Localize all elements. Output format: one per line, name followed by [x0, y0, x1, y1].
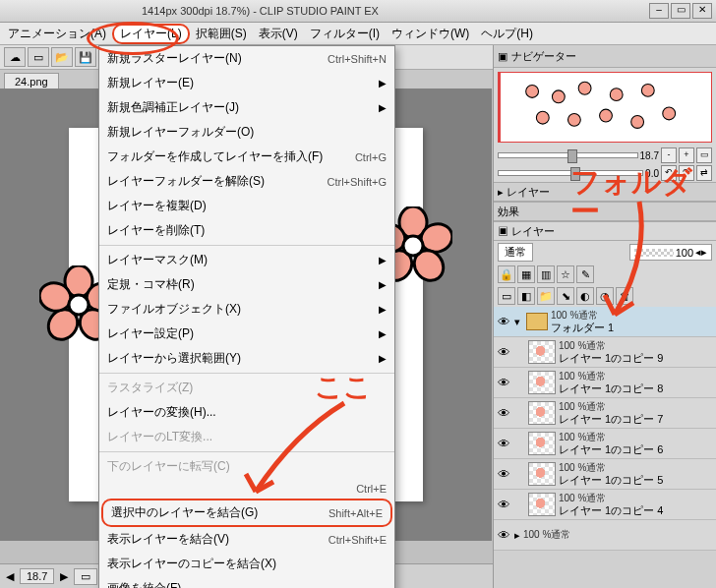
- mi-new-layer[interactable]: 新規レイヤー(E)▶: [99, 71, 394, 95]
- cloud-icon[interactable]: ☁: [4, 47, 26, 67]
- opacity-input[interactable]: 100◂▸: [629, 244, 712, 261]
- lock-alpha-icon[interactable]: ▦: [517, 265, 535, 283]
- zoom-in-icon[interactable]: +: [679, 147, 694, 163]
- window-buttons: – ▭ ✕: [649, 3, 712, 19]
- svg-point-17: [536, 111, 549, 124]
- ref-icon[interactable]: ☆: [557, 265, 574, 283]
- window-title: 1414px 300dpi 18.7%) - CLIP STUDIO PAINT…: [4, 5, 649, 17]
- visibility-icon[interactable]: 👁: [496, 376, 511, 390]
- layer-folder[interactable]: 👁 ▾ 100 %通常フォルダー 1: [494, 307, 716, 337]
- menu-help[interactable]: ヘルプ(H): [475, 24, 539, 44]
- rotate-cw-icon[interactable]: ↷: [679, 165, 694, 181]
- zoom-out-icon[interactable]: ◀: [6, 570, 14, 583]
- new-raster-icon[interactable]: ▭: [498, 287, 515, 305]
- visibility-icon[interactable]: 👁: [496, 437, 511, 451]
- layer-panel-label: ▸ レイヤー: [494, 182, 716, 202]
- navigator-label: ナビゲーター: [511, 49, 576, 64]
- navigator-icon: ▣: [498, 50, 507, 63]
- save-icon[interactable]: 💾: [75, 47, 96, 67]
- menu-window[interactable]: ウィンドウ(W): [386, 24, 475, 44]
- mi-new-raster[interactable]: 新規ラスターレイヤー(N)Ctrl+Shift+N: [99, 46, 394, 71]
- merge-icon[interactable]: ⬊: [557, 287, 574, 305]
- zoom-fit-icon[interactable]: ▭: [696, 147, 712, 163]
- open-icon[interactable]: 📂: [51, 47, 73, 67]
- visibility-icon[interactable]: 👁: [496, 467, 511, 482]
- visibility-icon[interactable]: 👁: [496, 498, 511, 512]
- minimize-button[interactable]: –: [649, 3, 669, 19]
- mi-duplicate[interactable]: レイヤーを複製(D): [99, 194, 394, 218]
- mi-rasterize: ラスタライズ(Z): [99, 373, 394, 400]
- mi-delete[interactable]: レイヤーを削除(T): [99, 218, 394, 243]
- mi-merge-selected[interactable]: 選択中のレイヤーを結合(G)Shift+Alt+E: [101, 499, 392, 527]
- clip-icon[interactable]: ▥: [537, 265, 555, 283]
- visibility-icon[interactable]: 👁: [496, 345, 511, 360]
- document-tab[interactable]: 24.png: [4, 73, 59, 89]
- layer-row[interactable]: 👁100 %通常レイヤー 1のコピー 4: [494, 490, 716, 520]
- svg-point-5: [69, 295, 89, 315]
- mi-merge-visible[interactable]: 表示レイヤーを結合(V)Ctrl+Shift+E: [99, 527, 394, 552]
- mi-new-tone[interactable]: 新規色調補正レイヤー(J)▶: [99, 95, 394, 120]
- mi-create-folder-insert[interactable]: フォルダーを作成してレイヤーを挿入(F)Ctrl+G: [99, 145, 394, 169]
- new-folder-icon[interactable]: 📁: [537, 287, 555, 305]
- mi-mask[interactable]: レイヤーマスク(M)▶: [99, 245, 394, 272]
- mi-new-folder[interactable]: 新規レイヤーフォルダー(O): [99, 120, 394, 145]
- svg-point-14: [578, 82, 591, 94]
- menu-layer[interactable]: レイヤー(L): [112, 24, 190, 44]
- mi-flatten[interactable]: 画像を統合(F): [99, 576, 394, 588]
- trash-icon[interactable]: 🗑: [616, 287, 633, 305]
- visibility-icon[interactable]: 👁: [496, 406, 511, 421]
- layer-row[interactable]: 👁100 %通常レイヤー 1のコピー 6: [494, 429, 716, 459]
- new-vector-icon[interactable]: ◧: [517, 287, 535, 305]
- nav-zoom-value: 18.7: [640, 150, 659, 161]
- layer-row[interactable]: 👁100 %通常レイヤー 1のコピー 8: [494, 368, 716, 398]
- menu-filter[interactable]: フィルター(I): [304, 24, 386, 44]
- svg-point-20: [631, 116, 644, 129]
- new-doc-icon[interactable]: ▭: [28, 47, 49, 67]
- mi-fileobj[interactable]: ファイルオブジェクト(X)▶: [99, 297, 394, 322]
- mi-merge-down: Ctrl+E: [99, 479, 394, 499]
- layer-menu-dropdown: 新規ラスターレイヤー(N)Ctrl+Shift+N 新規レイヤー(E)▶ 新規色…: [98, 45, 395, 588]
- apply-mask-icon[interactable]: ◑: [596, 287, 614, 305]
- close-button[interactable]: ✕: [692, 3, 712, 19]
- visibility-icon[interactable]: 👁: [496, 528, 511, 543]
- svg-point-21: [663, 107, 676, 120]
- mi-settings[interactable]: レイヤー設定(P)▶: [99, 322, 394, 346]
- mi-ungroup[interactable]: レイヤーフォルダーを解除(S)Ctrl+Shift+G: [99, 169, 394, 194]
- mi-from-sel[interactable]: レイヤーから選択範囲(Y)▶: [99, 346, 394, 371]
- layer-thumbnail: [528, 340, 556, 364]
- draft-icon[interactable]: ✎: [576, 265, 594, 283]
- layer-row[interactable]: 👁100 %通常レイヤー 1のコピー 9: [494, 337, 716, 368]
- lock-all-icon[interactable]: 🔒: [498, 265, 515, 283]
- rotate-value: 0.0: [645, 168, 659, 179]
- layer-row[interactable]: 👁 ▸ 100 %通常: [494, 520, 716, 551]
- mask-icon[interactable]: ◐: [576, 287, 594, 305]
- navigator-preview[interactable]: [498, 72, 712, 143]
- zoom-out-icon[interactable]: -: [661, 147, 677, 163]
- menu-selection[interactable]: 択範囲(S): [190, 24, 253, 44]
- blend-mode-select[interactable]: 通常: [498, 243, 533, 262]
- svg-point-13: [552, 90, 565, 103]
- effect-panel-label: 効果: [494, 202, 716, 221]
- mi-merge-copy[interactable]: 表示レイヤーのコピーを結合(X): [99, 552, 394, 576]
- layer-button-row: ▭ ◧ 📁 ⬊ ◐ ◑ 🗑: [494, 285, 716, 307]
- layer-thumbnail: [528, 371, 556, 394]
- navigator-rotate: 0.0 ↶ ↷ ⇄: [498, 164, 712, 182]
- rotate-ccw-icon[interactable]: ↶: [661, 165, 677, 181]
- zoom-slider[interactable]: [498, 152, 638, 158]
- status-view-icon[interactable]: ▭: [74, 568, 97, 585]
- mi-ruler[interactable]: 定規・コマ枠(R)▶: [99, 272, 394, 297]
- rotate-slider[interactable]: [498, 170, 643, 176]
- maximize-button[interactable]: ▭: [671, 3, 690, 19]
- layer-row[interactable]: 👁100 %通常レイヤー 1のコピー 5: [494, 459, 716, 490]
- menu-animation[interactable]: アニメーション(A): [2, 24, 112, 44]
- svg-point-12: [526, 86, 539, 98]
- layer-row[interactable]: 👁100 %通常レイヤー 1のコピー 7: [494, 398, 716, 429]
- menu-view[interactable]: 表示(V): [253, 24, 304, 44]
- expand-icon[interactable]: ▾: [511, 316, 523, 328]
- zoom-in-icon[interactable]: ▶: [60, 570, 68, 583]
- layer-tab[interactable]: ▣ レイヤー: [494, 221, 716, 241]
- zoom-value[interactable]: 18.7: [20, 568, 54, 584]
- flip-icon[interactable]: ⇄: [696, 165, 712, 181]
- mi-convert[interactable]: レイヤーの変換(H)...: [99, 400, 394, 425]
- visibility-icon[interactable]: 👁: [496, 315, 511, 329]
